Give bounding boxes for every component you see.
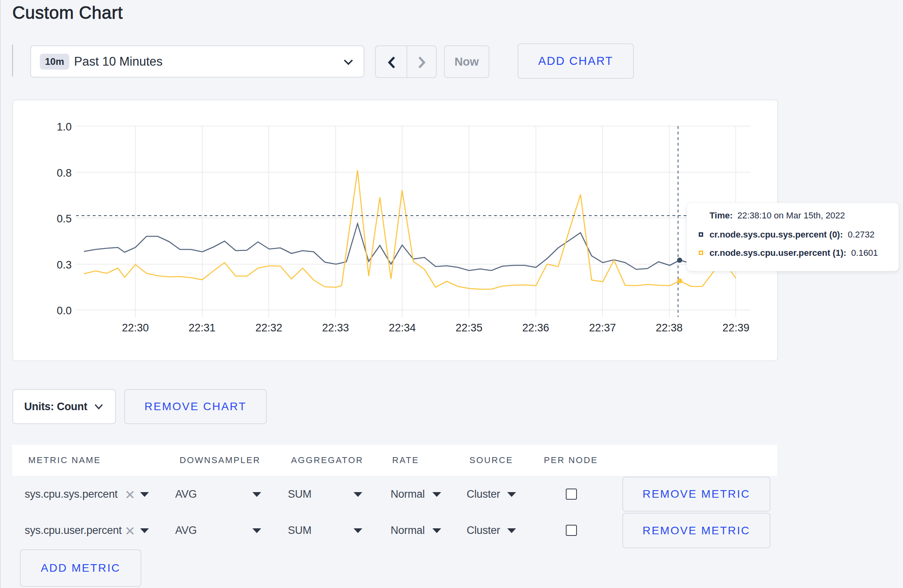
svg-text:22:38: 22:38 — [656, 322, 683, 334]
svg-text:22:39: 22:39 — [723, 322, 750, 334]
svg-text:22:34: 22:34 — [389, 322, 416, 334]
svg-text:0.5: 0.5 — [57, 213, 72, 225]
svg-text:0.0: 0.0 — [57, 305, 72, 317]
svg-text:22:30: 22:30 — [122, 322, 149, 334]
svg-text:22:36: 22:36 — [522, 322, 549, 334]
svg-text:22:37: 22:37 — [589, 322, 616, 334]
svg-text:22:33: 22:33 — [322, 322, 349, 334]
svg-text:22:31: 22:31 — [189, 322, 216, 334]
svg-text:1.0: 1.0 — [57, 121, 72, 133]
svg-text:0.8: 0.8 — [57, 167, 72, 179]
svg-text:22:35: 22:35 — [455, 322, 483, 334]
svg-text:22:32: 22:32 — [255, 322, 282, 334]
svg-text:0.3: 0.3 — [57, 259, 72, 271]
